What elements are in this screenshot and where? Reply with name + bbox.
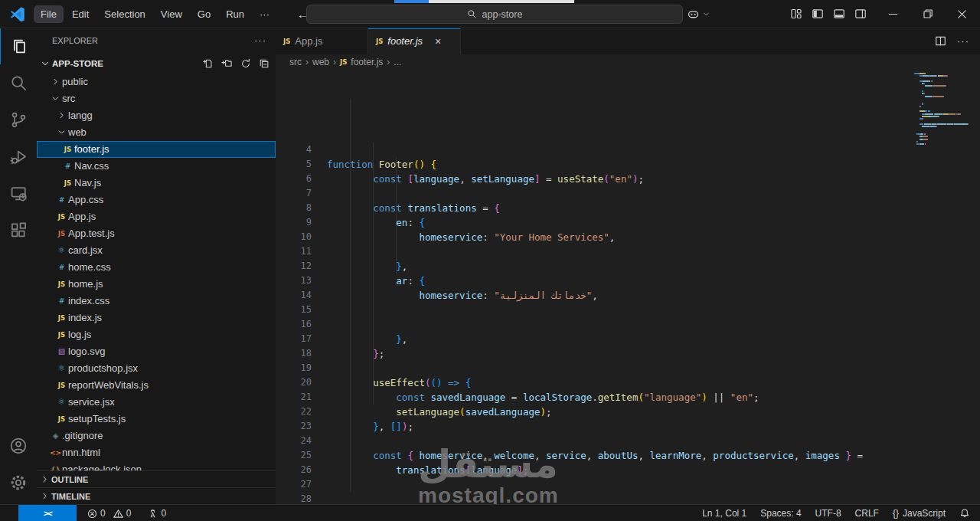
- remote-explorer-icon: [10, 185, 28, 202]
- tree-file-index-js[interactable]: JSindex.js: [37, 310, 276, 326]
- menu-go[interactable]: Go: [191, 5, 217, 23]
- line-number: 23: [276, 419, 312, 434]
- remote-indicator[interactable]: ><: [18, 505, 77, 521]
- js-file-icon: JS: [55, 415, 68, 423]
- toggle-panel-icon[interactable]: [833, 8, 845, 20]
- tree-file-nnn-html[interactable]: <>nnn.html: [37, 444, 276, 461]
- breadcrumb-item-footer-js[interactable]: JSfooter.js: [340, 57, 383, 67]
- accounts-button[interactable]: [0, 428, 37, 464]
- explorer-title: EXPLORER: [52, 36, 98, 45]
- activity-bar: [0, 28, 38, 504]
- collapse-all-icon[interactable]: [259, 58, 270, 69]
- tab-footer-js[interactable]: JSfooter.js×: [368, 28, 461, 54]
- status-bar: >< 0 0 0 Ln 1, Col 1Spaces: 4UTF-8CRLF{}…: [0, 504, 980, 521]
- close-window-button[interactable]: [945, 0, 979, 28]
- tree-file-app-js[interactable]: JSApp.js: [37, 208, 276, 225]
- line-number: 16: [276, 317, 312, 332]
- restore-button[interactable]: [910, 0, 945, 28]
- tree-folder-web[interactable]: web: [37, 124, 276, 141]
- tree-file--gitignore[interactable]: ◈.gitignore: [37, 428, 276, 444]
- toggle-secondary-sidebar-icon[interactable]: [854, 8, 867, 20]
- css-file-icon: #: [55, 297, 68, 305]
- gear-icon: [9, 473, 28, 492]
- refresh-icon[interactable]: [240, 58, 251, 69]
- tree-file-log-js[interactable]: JSlog.js: [37, 326, 276, 343]
- encoding[interactable]: UTF-8: [808, 508, 848, 519]
- outline-panel-header[interactable]: OUTLINE: [37, 470, 276, 487]
- activity-search[interactable]: [0, 64, 37, 101]
- cursor-position[interactable]: Ln 1, Col 1: [695, 508, 753, 519]
- close-tab-icon[interactable]: ×: [435, 35, 441, 48]
- language-mode[interactable]: {}JavaScript: [886, 508, 952, 519]
- tree-file-nav-css[interactable]: #Nav.css: [37, 158, 276, 175]
- new-folder-icon[interactable]: [221, 57, 233, 69]
- split-editor-icon[interactable]: [935, 35, 946, 47]
- customize-layout-icon[interactable]: [790, 8, 802, 20]
- menu-bar: FileEditSelectionViewGoRun···: [33, 5, 277, 23]
- tree-file-nav-js[interactable]: JSNav.js: [37, 175, 276, 192]
- tree-file-app-css[interactable]: #App.css: [37, 192, 276, 208]
- code-line: 10 homeservice: "Your Home Services",: [276, 230, 980, 244]
- project-section-header[interactable]: APP-STORE: [37, 54, 276, 74]
- activity-source-control[interactable]: [0, 101, 37, 138]
- tree-file-app-test-js[interactable]: JSApp.test.js: [37, 225, 276, 242]
- tree-file-logo-svg[interactable]: ▧logo.svg: [37, 343, 276, 360]
- copilot-button[interactable]: [687, 0, 710, 28]
- new-file-icon[interactable]: [203, 58, 214, 69]
- activity-extensions[interactable]: [0, 211, 37, 248]
- activity-explorer[interactable]: [0, 28, 38, 64]
- menu-edit[interactable]: Edit: [65, 5, 96, 23]
- minimap[interactable]: [914, 70, 969, 499]
- tree-file-package-lock-json[interactable]: {}package-lock.json: [37, 461, 276, 470]
- toggle-primary-sidebar-icon[interactable]: [812, 8, 824, 20]
- tree-file-index-css[interactable]: #index.css: [37, 293, 276, 310]
- breadcrumb-item-web[interactable]: web: [312, 57, 329, 67]
- tree-folder-src[interactable]: src: [37, 90, 276, 107]
- menu-run[interactable]: Run: [219, 5, 251, 23]
- explorer-more-actions[interactable]: ···: [254, 34, 266, 46]
- indentation[interactable]: Spaces: 4: [753, 508, 808, 519]
- editor-more-actions[interactable]: ···: [957, 35, 969, 47]
- code-line: 16: [276, 317, 980, 332]
- tree-file-reportwebvitals-js[interactable]: JSreportWebVitals.js: [37, 377, 276, 394]
- code-line: 14 homeservice: "خدماتك المنزلية",: [276, 288, 980, 303]
- code-area[interactable]: 45function Footer() {6 const [language, …: [276, 70, 980, 504]
- line-number: 9: [276, 215, 312, 230]
- activity-run-debug[interactable]: [0, 138, 37, 175]
- chevron-right-icon: [40, 491, 50, 501]
- notifications-bell[interactable]: [952, 508, 980, 519]
- tree-file-home-js[interactable]: JShome.js: [37, 276, 276, 293]
- js-file-icon: JS: [55, 314, 68, 322]
- run-debug-icon: [10, 148, 28, 165]
- tree-file-setuptests-js[interactable]: JSsetupTests.js: [37, 411, 276, 428]
- breadcrumb-item--[interactable]: ...: [394, 57, 401, 67]
- tree-file-footer-js[interactable]: JSfooter.js: [37, 141, 276, 158]
- tree-file-card-jsx[interactable]: ⚛card.jsx: [37, 242, 276, 259]
- error-count: 0: [100, 508, 106, 519]
- activity-remote-explorer[interactable]: [0, 175, 37, 211]
- line-number: 11: [276, 244, 312, 259]
- tree-file-service-jsx[interactable]: ⚛service.jsx: [37, 394, 276, 411]
- menu-file[interactable]: File: [34, 5, 64, 23]
- problems-indicator[interactable]: 0 0: [87, 508, 131, 519]
- tree-file-home-css[interactable]: #home.css: [37, 259, 276, 276]
- menu-view[interactable]: View: [154, 5, 189, 23]
- minimize-button[interactable]: [876, 0, 910, 28]
- ports-indicator[interactable]: 0: [148, 508, 166, 519]
- settings-button[interactable]: [0, 464, 37, 501]
- tree-folder-public[interactable]: public: [37, 74, 276, 90]
- breadcrumb-item-src[interactable]: src: [289, 57, 302, 67]
- timeline-panel-header[interactable]: TIMELINE: [37, 487, 276, 504]
- tree-file-productshop-jsx[interactable]: ⚛productshop.jsx: [37, 360, 276, 377]
- project-name: APP-STORE: [52, 59, 103, 68]
- line-number: 26: [276, 463, 312, 477]
- account-icon: [9, 437, 28, 455]
- command-center-search[interactable]: app-store: [306, 5, 683, 24]
- menu-more[interactable]: ···: [253, 5, 276, 23]
- menu-selection[interactable]: Selection: [97, 5, 152, 23]
- tab-app-js[interactable]: JSApp.js: [276, 28, 368, 54]
- code-line: 12 },: [276, 259, 980, 274]
- tree-folder-langg[interactable]: langg: [37, 107, 276, 124]
- js-file-icon: JS: [61, 146, 74, 153]
- eol[interactable]: CRLF: [848, 508, 886, 519]
